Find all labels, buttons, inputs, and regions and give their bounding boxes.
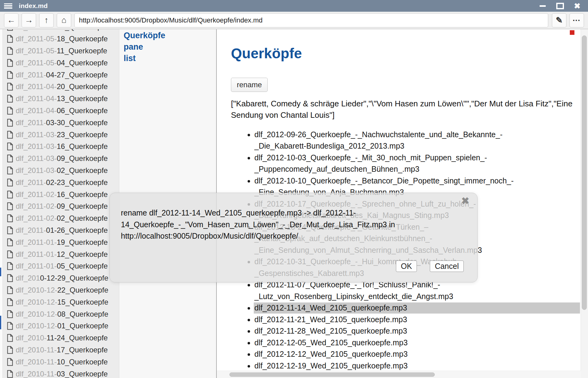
sidebar-file-row[interactable]: dlf_2011-04-27_Querkoepfe bbox=[3, 69, 119, 81]
file-name: dlf_2011-02-09_Querkoepfe bbox=[16, 202, 108, 211]
cancel-button[interactable]: Cancel bbox=[430, 261, 464, 272]
sidebar-file-row[interactable]: dlf_2010-11-10_Querkoepfe bbox=[3, 356, 119, 368]
edge-link-fragment bbox=[0, 316, 1, 329]
sidebar-file-row[interactable]: dlf_2010-11-17_Querkoepfe bbox=[3, 344, 119, 356]
file-icon bbox=[7, 154, 13, 162]
menu-icon[interactable] bbox=[4, 3, 12, 9]
mp3-list-item[interactable]: dlf_2012-10-03_Querkoepfe_-_Mit_30_noch_… bbox=[254, 152, 536, 175]
sidebar-file-row[interactable]: dlf_2011-02-02_Querkoepfe bbox=[3, 212, 119, 224]
mp3-list-item[interactable]: dlf_2012-11-28_Wed_2105_querkoepfe.mp3 bbox=[254, 325, 536, 337]
sidebar-file-row[interactable]: dlf_2010-12-15_Querkoepfe bbox=[3, 296, 119, 308]
sidebar-file-row[interactable]: dlf_2011-03-02_Querkoepfe bbox=[3, 165, 119, 177]
file-icon bbox=[7, 191, 13, 199]
sidebar-file-row[interactable]: dlf_2010-12-22_Querkoepfe bbox=[3, 284, 119, 296]
close-window-button[interactable]: ✖ bbox=[573, 2, 581, 9]
back-button[interactable]: ← bbox=[4, 13, 19, 27]
app-window: index.md ✖ ← → ↑ ⌂ ✎ ▪▪▪ dlf_2011-05-25_… bbox=[0, 0, 588, 378]
url-input[interactable] bbox=[74, 13, 548, 27]
mp3-list-item[interactable]: dlf_2012-12-12_Wed_2105_querkoepfe.mp3 bbox=[254, 348, 536, 360]
file-name: dlf_2011-02-23_Querkoepfe bbox=[16, 178, 108, 187]
file-name: dlf_2010-12-15_Querkoepfe bbox=[16, 298, 108, 306]
forward-button[interactable]: → bbox=[22, 13, 36, 27]
sidebar-file-row[interactable]: dlf_2010-12-08_Querkoepfe bbox=[3, 308, 119, 320]
file-icon bbox=[7, 95, 13, 103]
dialog-message: rename dlf_2012-11-14_Wed_2105_querkoepf… bbox=[121, 207, 408, 242]
dialog-close-icon[interactable]: ✖ bbox=[461, 196, 469, 206]
file-icon bbox=[7, 29, 13, 31]
file-name: dlf_2011-04-13_Querkoepfe bbox=[16, 94, 108, 103]
file-icon bbox=[7, 226, 13, 234]
sidebar-file-row[interactable]: dlf_2010-12-29_Querkoepfe bbox=[3, 272, 119, 284]
sidebar-file-row[interactable]: dlf_2011-01-12_Querkoepfe bbox=[3, 248, 119, 260]
sidebar-file-row[interactable]: dlf_2011-02-23_Querkoepfe bbox=[3, 176, 119, 188]
sidebar-file-row[interactable]: dlf_2011-03-30_Querkoepfe bbox=[3, 117, 119, 129]
more-dots-icon: ▪▪▪ bbox=[573, 18, 581, 23]
sidebar-file-row[interactable]: dlf_2011-04-13_Querkoepfe bbox=[3, 93, 119, 105]
file-icon bbox=[7, 322, 13, 330]
ok-button[interactable]: OK bbox=[396, 261, 417, 272]
sidebar-file-row[interactable]: dlf_2011-03-23_Querkoepfe bbox=[3, 129, 119, 141]
pane-link-list[interactable]: list bbox=[124, 53, 216, 64]
sidebar-file-row[interactable]: dlf_2011-05-18_Querkoepfe bbox=[3, 33, 119, 45]
sidebar-file-row[interactable]: dlf_2011-03-16_Querkoepfe bbox=[3, 141, 119, 153]
file-icon bbox=[7, 142, 13, 150]
mp3-list-item[interactable]: dlf_2012-11-21_Wed_2105_querkoepfe.mp3 bbox=[254, 314, 536, 326]
pane-link-querköpfe[interactable]: Querköpfe bbox=[124, 30, 216, 41]
mp3-list-item[interactable]: dlf_2012-11-07_Querkoepfe_-_Tor!_Schluss… bbox=[254, 279, 536, 302]
file-icon bbox=[7, 358, 13, 366]
file-name: dlf_2011-02-16_Querkoepfe bbox=[16, 190, 108, 199]
sidebar-file-row[interactable]: dlf_2011-02-09_Querkoepfe bbox=[3, 200, 119, 212]
horizontal-scrollbar[interactable] bbox=[217, 371, 581, 378]
sidebar-file-row[interactable]: dlf_2011-04-20_Querkoepfe bbox=[3, 81, 119, 93]
sidebar-file-row[interactable]: dlf_2011-02-16_Querkoepfe bbox=[3, 188, 119, 200]
sidebar-file-row[interactable]: dlf_2011-03-09_Querkoepfe bbox=[3, 153, 119, 165]
file-icon bbox=[7, 286, 13, 294]
edit-button[interactable]: ✎ bbox=[552, 13, 566, 27]
file-name: dlf_2011-01-26_Querkoepfe bbox=[16, 226, 108, 235]
file-icon bbox=[7, 179, 13, 187]
file-icon bbox=[7, 334, 13, 342]
navigation-toolbar: ← → ↑ ⌂ ✎ ▪▪▪ bbox=[0, 12, 588, 29]
file-icon bbox=[7, 202, 13, 210]
file-name: dlf_2011-04-06_Querkoepfe bbox=[16, 106, 108, 115]
vertical-scrollbar[interactable] bbox=[581, 29, 588, 378]
vertical-scrollbar-thumb[interactable] bbox=[582, 35, 587, 310]
horizontal-scrollbar-thumb[interactable] bbox=[229, 372, 435, 377]
file-name: dlf_2010-12-29_Querkoepfe bbox=[16, 274, 108, 282]
file-icon bbox=[7, 47, 13, 55]
sidebar-file-row[interactable]: dlf_2011-01-26_Querkoepfe bbox=[3, 224, 119, 236]
pane-link-pane[interactable]: pane bbox=[124, 41, 216, 53]
sidebar-file-row[interactable]: dlf_2011-01-19_Querkoepfe bbox=[3, 236, 119, 248]
file-icon bbox=[7, 83, 13, 91]
sidebar-file-row[interactable]: dlf_2011-04-06_Querkoepfe bbox=[3, 105, 119, 117]
sidebar-file-row[interactable]: dlf_2011-01-05_Querkoepfe bbox=[3, 260, 119, 272]
rename-button[interactable]: rename bbox=[231, 78, 268, 92]
modified-indicator bbox=[570, 30, 574, 35]
file-name: dlf_2011-04-27_Querkoepfe bbox=[16, 71, 108, 79]
file-name: dlf_2011-03-30_Querkoepfe bbox=[16, 118, 108, 127]
sidebar-file-row[interactable]: dlf_2011-05-11_Querkoepfe bbox=[3, 45, 119, 57]
file-name: dlf_2010-11-17_Querkoepfe bbox=[16, 346, 108, 354]
minimize-button[interactable] bbox=[539, 2, 547, 9]
edge-link-fragment bbox=[0, 268, 1, 276]
more-button[interactable]: ▪▪▪ bbox=[569, 13, 584, 27]
mp3-list-item[interactable]: dlf_2012-11-14_Wed_2105_querkoepfe.mp3 bbox=[254, 302, 536, 314]
home-button[interactable]: ⌂ bbox=[57, 13, 71, 27]
titlebar: index.md ✖ bbox=[0, 0, 588, 12]
sidebar-file-row[interactable]: dlf_2011-05-25_Querkoepfe bbox=[3, 29, 119, 33]
mp3-list-item[interactable]: dlf_2012-12-19_Wed_2105_querkoepfe.mp3 bbox=[254, 360, 536, 372]
sidebar-file-row[interactable]: dlf_2010-11-03_Querkoepfe bbox=[3, 368, 119, 378]
sidebar-file-row[interactable]: dlf_2011-05-04_Querkoepfe bbox=[3, 57, 119, 69]
file-icon bbox=[7, 214, 13, 222]
up-button[interactable]: ↑ bbox=[39, 13, 54, 27]
file-name: dlf_2011-03-23_Querkoepfe bbox=[16, 130, 108, 139]
file-name: dlf_2011-01-05_Querkoepfe bbox=[16, 262, 108, 270]
sidebar-file-row[interactable]: dlf_2010-11-24_Querkoepfe bbox=[3, 332, 119, 344]
file-name: dlf_2011-05-25_Querkoepfe bbox=[16, 29, 108, 31]
sidebar-file-row[interactable]: dlf_2010-12-01_Querkoepfe bbox=[3, 320, 119, 332]
mp3-list-item[interactable]: dlf_2012-09-26_Querkoepfe_-_Nachwuchstal… bbox=[254, 129, 536, 152]
maximize-button[interactable] bbox=[556, 2, 564, 9]
file-icon bbox=[7, 274, 13, 282]
file-icon bbox=[7, 131, 13, 139]
mp3-list-item[interactable]: dlf_2012-12-05_Wed_2105_querkoepfe.mp3 bbox=[254, 337, 536, 349]
